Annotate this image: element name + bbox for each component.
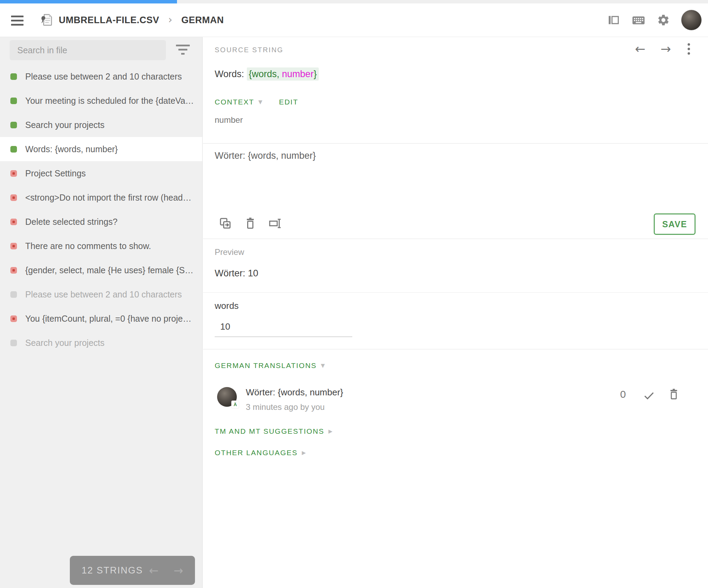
copy-source-icon[interactable]	[218, 216, 233, 231]
status-icon	[10, 73, 17, 80]
tm-suggestions-toggle[interactable]: TM AND MT SUGGESTIONS ▶	[215, 427, 333, 435]
strings-sidebar: Please use between 2 and 10 characters Y…	[0, 37, 203, 588]
list-item-label: Please use between 2 and 10 characters	[25, 72, 182, 82]
list-item[interactable]: There are no comments to show.	[0, 234, 202, 258]
status-icon	[10, 340, 17, 346]
translations-section-toggle[interactable]: GERMAN TRANSLATIONS ▼	[215, 361, 326, 370]
app-header: UMBRELLA-FILE.CSV › GERMAN	[0, 3, 708, 37]
list-item-label: Project Settings	[25, 168, 86, 178]
source-string-label: SOURCE STRING	[215, 46, 283, 54]
breadcrumb-language[interactable]: GERMAN	[181, 15, 224, 26]
filter-icon[interactable]	[175, 45, 190, 57]
translation-votes: 0	[615, 388, 631, 400]
file-progress-bar	[0, 0, 708, 3]
list-item[interactable]: <strong>Do not import the first row (hea…	[0, 185, 202, 210]
placeholder-close: }	[314, 69, 317, 79]
list-item[interactable]: Please use between 2 and 10 characters	[0, 64, 202, 89]
list-item[interactable]: Delete selected strings?	[0, 210, 202, 234]
status-icon	[10, 146, 17, 153]
string-navigation: ← →	[635, 42, 691, 56]
next-string-icon[interactable]: →	[661, 42, 671, 56]
translation-editor[interactable]: Wörter: {words, number}	[215, 150, 630, 206]
breadcrumb-file[interactable]: UMBRELLA-FILE.CSV	[59, 15, 159, 26]
panel-toggle-icon[interactable]	[607, 13, 620, 27]
search-input[interactable]	[10, 40, 166, 60]
placeholder-type: number	[279, 69, 314, 79]
list-item[interactable]: You {itemCount, plural, =0 {have no proj…	[0, 306, 202, 331]
chevron-right-icon: ▶	[328, 428, 333, 434]
other-languages-label: OTHER LANGUAGES	[215, 449, 298, 457]
save-button[interactable]: SAVE	[654, 213, 696, 235]
strings-counter: 12 STRINGS ← →	[70, 556, 195, 585]
status-icon	[10, 219, 17, 225]
status-icon	[10, 98, 17, 104]
string-list: Please use between 2 and 10 characters Y…	[0, 64, 202, 355]
delete-entry-icon[interactable]	[667, 388, 680, 402]
translate-badge-icon: Ä	[232, 401, 239, 408]
source-string-text: Words: {words, number}	[215, 69, 319, 80]
preview-param-label: words	[215, 301, 239, 311]
translation-entry-text: Wörter: {words, number}	[246, 387, 343, 398]
search-box	[10, 40, 166, 60]
divider	[203, 349, 708, 349]
status-icon	[10, 315, 17, 322]
breadcrumb-chevron-icon: ›	[168, 13, 172, 26]
status-icon	[10, 122, 17, 128]
list-item-label: Delete selected strings?	[25, 217, 118, 227]
context-toggle[interactable]: CONTEXT ▼	[215, 98, 263, 106]
previous-string-icon[interactable]: ←	[635, 42, 645, 56]
context-edit-button[interactable]: EDIT	[279, 98, 298, 106]
list-item-label: Your meeting is scheduled for the {dateV…	[25, 96, 195, 106]
list-item[interactable]: Project Settings	[0, 161, 202, 185]
list-item[interactable]: Your meeting is scheduled for the {dateV…	[0, 89, 202, 113]
list-item-label: Please use between 2 and 10 characters	[25, 290, 182, 300]
user-avatar[interactable]	[681, 10, 702, 30]
delete-translation-icon[interactable]	[243, 216, 258, 231]
status-icon	[10, 243, 17, 249]
prev-page-icon[interactable]: ←	[149, 564, 159, 577]
placeholder-open: {words,	[249, 69, 280, 79]
preview-rendered-text: Wörter: 10	[215, 268, 258, 279]
divider	[203, 143, 708, 144]
status-icon	[10, 170, 17, 177]
translator-avatar: Ä	[217, 387, 237, 407]
list-item[interactable]: Search your projects	[0, 113, 202, 137]
source-prefix: Words:	[215, 69, 247, 79]
chevron-down-icon: ▼	[258, 99, 263, 105]
status-icon	[10, 291, 17, 298]
list-item-label: {gender, select, male {He uses} female {…	[25, 265, 195, 275]
menu-icon[interactable]	[11, 15, 25, 26]
strings-count-label: 12 STRINGS	[82, 565, 143, 576]
insert-placeholder-icon[interactable]	[268, 216, 282, 231]
context-value: number	[215, 115, 243, 125]
translations-section-title: GERMAN TRANSLATIONS	[215, 361, 317, 370]
preview-param-input[interactable]	[215, 319, 352, 337]
more-options-icon[interactable]	[686, 42, 691, 56]
divider	[203, 292, 708, 293]
file-progress-fill	[0, 0, 177, 3]
other-languages-toggle[interactable]: OTHER LANGUAGES ▶	[215, 449, 307, 457]
list-item-label: Search your projects	[25, 120, 104, 130]
translation-entry-meta: 3 minutes ago by you	[246, 402, 325, 412]
context-row: CONTEXT ▼ EDIT	[215, 98, 298, 106]
header-actions	[607, 3, 702, 37]
editor-toolbar	[218, 216, 282, 231]
chevron-right-icon: ▶	[302, 450, 307, 456]
settings-gear-icon[interactable]	[657, 13, 670, 27]
status-icon	[10, 267, 17, 274]
source-placeholder-highlight: {words, number}	[247, 67, 319, 81]
app-root: UMBRELLA-FILE.CSV › GERMAN Please use be…	[0, 0, 708, 588]
approve-translation-icon[interactable]	[642, 389, 655, 404]
chevron-down-icon: ▼	[321, 362, 326, 369]
list-item[interactable]: Search your projects	[0, 331, 202, 355]
context-label: CONTEXT	[215, 98, 254, 106]
csv-file-icon	[39, 12, 54, 28]
list-item[interactable]: Please use between 2 and 10 characters	[0, 282, 202, 306]
list-item[interactable]: Words: {words, number}	[0, 137, 202, 161]
status-icon	[10, 194, 17, 201]
editor-panel: SOURCE STRING ← → Words: {words, number}…	[203, 37, 708, 588]
next-page-icon[interactable]: →	[174, 564, 183, 577]
keyboard-icon[interactable]	[631, 13, 646, 27]
tm-suggestions-label: TM AND MT SUGGESTIONS	[215, 427, 324, 435]
list-item[interactable]: {gender, select, male {He uses} female {…	[0, 258, 202, 282]
